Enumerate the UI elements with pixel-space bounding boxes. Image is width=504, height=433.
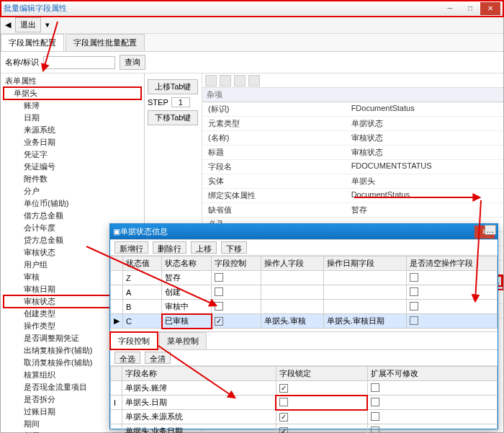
az-icon[interactable] (220, 75, 231, 86)
gcol-lock[interactable]: 字段锁定 (276, 367, 367, 381)
table-row[interactable]: ▶C已审核 …✓单据头.审核单据头.审核日期 (111, 314, 498, 329)
tab-field-config[interactable]: 字段属性配置 (1, 34, 64, 51)
page-icon[interactable] (234, 75, 246, 86)
col-status-name[interactable]: 状态名称 (162, 256, 212, 271)
back-icon[interactable]: ◀ (5, 20, 11, 30)
prop-key: 绑定实体属性 (202, 189, 347, 202)
checkbox[interactable] (410, 316, 418, 325)
checkbox[interactable] (371, 427, 379, 434)
status-dialog: ▣ 单据状态信息 ✕ 新增行 删除行 上移 下移 状态值 状态名称 字段控制 操… (109, 223, 498, 429)
wrench-icon[interactable] (248, 75, 260, 86)
table-row[interactable]: 单据头.业务日期✓ (111, 424, 498, 434)
tree-billhead[interactable]: 单据头 (4, 87, 141, 99)
checkbox[interactable] (371, 412, 379, 421)
tree-item[interactable]: 来源系统 (4, 124, 141, 136)
dropdown-icon[interactable]: ▾ (45, 20, 50, 30)
checkbox[interactable] (371, 398, 379, 406)
tree-item[interactable]: 单位币(辅助) (4, 197, 141, 210)
table-row[interactable]: Z暂存 (111, 271, 498, 285)
prop-row[interactable]: 实体单据头 (202, 174, 503, 189)
clear-all-button[interactable]: 全清 (145, 352, 171, 364)
ellipsis-button[interactable]: … (485, 225, 496, 235)
sub-title: 单据状态信息 (120, 226, 474, 237)
checkbox[interactable] (215, 273, 223, 282)
prop-value[interactable]: FDOCUMENTSTATUS (347, 160, 503, 174)
col-status-value[interactable]: 状态值 (123, 256, 162, 271)
up-button[interactable]: 上移 (191, 241, 217, 254)
sub-toolbar: 新增行 删除行 上移 下移 (110, 240, 498, 256)
down-button[interactable]: 下移 (221, 241, 247, 254)
prop-value[interactable]: 单据状态 (347, 117, 503, 130)
tree-item[interactable]: 借方总金额 (4, 210, 141, 222)
tree-item[interactable]: 日期 (4, 112, 141, 124)
prop-value[interactable]: 审核状态 (347, 131, 503, 145)
tab-menu-ctrl[interactable]: 菜单控制 (159, 332, 207, 349)
col-clear[interactable]: 是否清空操作字段 (407, 256, 498, 271)
field-lock-grid[interactable]: 字段名称 字段锁定 扩展不可修改 单据头.账簿✓I单据头.日期单据头.来源系统✓… (110, 366, 498, 433)
prop-row[interactable]: (标识)FDocumentStatus (202, 102, 503, 117)
tree-item[interactable]: 账簿 (4, 99, 141, 112)
step-input[interactable] (171, 97, 190, 107)
checkbox[interactable] (371, 383, 379, 392)
tab-field-ctrl[interactable]: 字段控制 (110, 332, 158, 349)
prop-row[interactable]: 绑定实体属性DocumentStatus (202, 189, 503, 203)
tree-item[interactable]: 附件数 (4, 173, 141, 185)
col-field-ctrl[interactable]: 字段控制 (212, 256, 261, 271)
up-tab-button[interactable]: 上移Tab键 (148, 79, 198, 94)
tree-item[interactable]: 分户 (4, 185, 141, 197)
prop-value[interactable]: 单据头 (347, 174, 503, 188)
checkbox[interactable] (215, 287, 223, 296)
checkbox[interactable] (410, 287, 418, 296)
status-grid[interactable]: 状态值 状态名称 字段控制 操作人字段 操作日期字段 是否清空操作字段 Z暂存A… (110, 256, 498, 329)
tree-item[interactable]: 业务日期 (4, 136, 141, 148)
tree-item[interactable]: 凭证字 (4, 148, 141, 161)
prop-key: 字段名 (202, 160, 347, 174)
gcol-name[interactable]: 字段名称 (122, 367, 276, 381)
col-op-date[interactable]: 操作日期字段 (323, 256, 406, 271)
down-tab-button[interactable]: 下移Tab键 (148, 110, 198, 125)
tree-root[interactable]: 表单属性 (4, 75, 141, 87)
prop-value[interactable]: 审核状态 (347, 146, 503, 159)
tree-item[interactable]: 凭证编号 (4, 161, 141, 173)
window-title: 批量编辑字段属性 (4, 3, 440, 14)
table-row[interactable]: 单据头.来源系统✓ (111, 410, 498, 424)
checkbox[interactable] (410, 273, 418, 282)
checkbox[interactable]: ✓ (279, 427, 288, 433)
prop-row[interactable]: 标题审核状态 (202, 146, 503, 160)
sub-title-bar[interactable]: ▣ 单据状态信息 ✕ (110, 224, 498, 240)
search-row: 名称/标识 查询 (1, 52, 503, 73)
checkbox[interactable] (410, 302, 418, 311)
checkbox[interactable] (215, 302, 223, 311)
close-button[interactable]: ✕ (480, 2, 500, 15)
prop-value[interactable]: DocumentStatus (347, 189, 503, 202)
tab-batch-config[interactable]: 字段属性批量配置 (66, 34, 145, 51)
col-op-user[interactable]: 操作人字段 (261, 256, 323, 271)
search-input[interactable] (43, 56, 115, 69)
search-button[interactable]: 查询 (120, 55, 145, 70)
prop-row[interactable]: (名称)审核状态 (202, 131, 503, 146)
exit-button[interactable]: 退出 (15, 17, 41, 32)
add-row-button[interactable]: 新增行 (114, 241, 148, 254)
maximize-button[interactable]: □ (460, 2, 480, 15)
table-row[interactable]: A创建 (111, 285, 498, 300)
prop-value[interactable]: 暂存 (347, 203, 503, 217)
table-row[interactable]: 单据头.账簿✓ (111, 381, 498, 396)
checkbox[interactable]: ✓ (279, 413, 288, 421)
main-title-bar[interactable]: 批量编辑字段属性 ─ □ ✕ (1, 1, 503, 17)
sub-select-bar: 全选 全清 (110, 350, 498, 366)
select-all-button[interactable]: 全选 (114, 352, 140, 364)
minimize-button[interactable]: ─ (440, 2, 460, 15)
sort-icon[interactable] (205, 75, 217, 86)
del-row-button[interactable]: 删除行 (153, 241, 186, 254)
prop-value[interactable]: FDocumentStatus (347, 102, 503, 116)
checkbox[interactable]: ✓ (215, 317, 223, 326)
prop-key: 标题 (202, 146, 347, 159)
gcol-ext[interactable]: 扩展不可修改 (367, 367, 497, 381)
checkbox[interactable]: ✓ (279, 384, 288, 393)
prop-row[interactable]: 字段名FDOCUMENTSTATUS (202, 160, 503, 174)
prop-row[interactable]: 缺省值暂存 (202, 203, 503, 218)
checkbox[interactable] (279, 398, 288, 406)
table-row[interactable]: I单据头.日期 (111, 396, 498, 410)
table-row[interactable]: B审核中 (111, 300, 498, 314)
prop-row[interactable]: 元素类型单据状态 (202, 117, 503, 131)
